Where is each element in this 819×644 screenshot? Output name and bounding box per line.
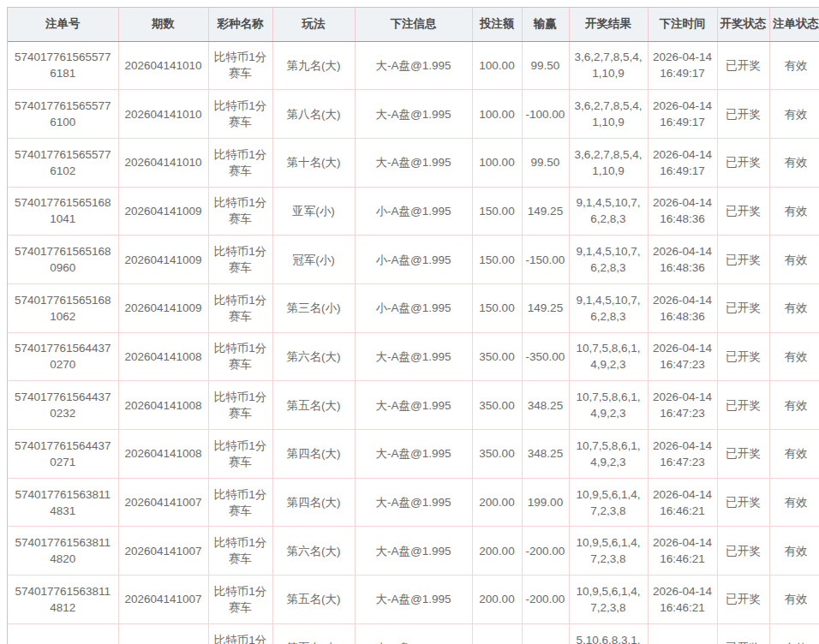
cell-bet-amount: 200.00 (472, 527, 522, 575)
cell-order-id: 5740177615638114820 (8, 527, 118, 575)
cell-order-id: 5740177615655776181 (8, 41, 118, 90)
cell-win-loss: -150.00 (522, 236, 569, 284)
cell-order-status: 有效 (769, 575, 819, 624)
cell-order-status: 有效 (769, 138, 819, 187)
cell-order-id: 5740177615651681062 (8, 283, 118, 332)
cell-order-id: 5740177615644370232 (8, 381, 118, 430)
table-row: 5740177615644370232202604141008比特币1分赛车第五… (8, 381, 819, 430)
cell-draw-status: 已开奖 (717, 381, 769, 430)
cell-bet-info: 大-A盘@1.995 (355, 430, 472, 479)
cell-play-type: 第六名(大) (272, 332, 355, 381)
cell-draw-status: 已开奖 (717, 430, 769, 479)
table-row: 5740177615655776102202604141010比特币1分赛车第十… (8, 138, 819, 187)
cell-lottery-name: 比特币1分赛车 (208, 187, 272, 236)
cell-draw-status: 已开奖 (717, 236, 769, 284)
cell-play-type: 第四名(大) (272, 430, 355, 479)
cell-draw-result: 10,7,5,8,6,1,4,9,2,3 (569, 332, 648, 381)
cell-bet-time: 2026-04-14 16:48:36 (648, 236, 717, 284)
column-header-lottery-name: 彩种名称 (208, 8, 272, 41)
cell-play-type: 第八名(大) (272, 90, 355, 139)
cell-order-id: 5740177615638114831 (8, 478, 118, 527)
cell-order-status: 有效 (769, 430, 819, 479)
cell-order-id: 5740177615644370271 (8, 430, 118, 479)
table-row: 574017761563202202604141006比特币1分赛车第五名(大)… (8, 623, 819, 644)
cell-bet-amount: 350.00 (472, 381, 522, 430)
cell-draw-result: 3,6,2,7,8,5,4,1,10,9 (569, 41, 648, 90)
cell-draw-result: 9,1,4,5,10,7,6,2,8,3 (569, 187, 648, 236)
cell-lottery-name: 比特币1分赛车 (208, 381, 272, 430)
cell-play-type: 第五名(大) (272, 381, 355, 430)
table-row: 5740177615651681062202604141009比特币1分赛车第三… (8, 283, 819, 332)
cell-bet-time: 2026-04-14 16:49:17 (648, 138, 717, 187)
cell-bet-info: 大-A盘@1.995 (355, 527, 472, 575)
cell-play-type: 第三名(小) (272, 283, 355, 332)
cell-bet-time: 2026-04-14 16:46:21 (648, 478, 717, 527)
cell-play-type: 冠军(小) (272, 236, 355, 284)
cell-bet-time: 2026-04-14 16:48:36 (648, 187, 717, 236)
column-header-win-loss: 输赢 (522, 8, 569, 41)
cell-play-type: 第十名(大) (272, 138, 355, 187)
cell-draw-status: 已开奖 (717, 283, 769, 332)
table-row: 5740177615638114812202604141007比特币1分赛车第五… (8, 575, 819, 624)
cell-draw-status: 已开奖 (717, 575, 769, 624)
cell-bet-amount: 150.00 (472, 283, 522, 332)
cell-order-id: 5740177615644370270 (8, 332, 118, 381)
cell-bet-time: 2026-04-14 16:49:17 (648, 90, 717, 139)
cell-win-loss: 99.50 (522, 41, 569, 90)
cell-bet-info: 大-A盘@1.995 (355, 478, 472, 527)
cell-win-loss: 348.25 (522, 381, 569, 430)
cell-lottery-name: 比特币1分赛车 (208, 478, 272, 527)
table-row: 5740177615638114831202604141007比特币1分赛车第四… (8, 478, 819, 527)
cell-play-type: 第五名(大) (272, 623, 355, 644)
cell-lottery-name: 比特币1分赛车 (208, 236, 272, 284)
cell-period: 202604141010 (118, 41, 208, 90)
cell-period: 202604141006 (118, 623, 208, 644)
table-row: 5740177615651681041202604141009比特币1分赛车亚军… (8, 187, 819, 236)
cell-bet-amount: 100.00 (472, 623, 522, 644)
cell-order-status: 有效 (769, 332, 819, 381)
cell-play-type: 亚军(小) (272, 187, 355, 236)
column-header-period: 期数 (118, 8, 208, 41)
cell-order-status: 有效 (769, 236, 819, 284)
column-header-bet-time: 下注时间 (648, 8, 717, 41)
cell-bet-info: 大-A盘@1.995 (355, 90, 472, 139)
cell-bet-info: 小-A盘@1.995 (355, 236, 472, 284)
cell-period: 202604141008 (118, 332, 208, 381)
cell-lottery-name: 比特币1分赛车 (208, 90, 272, 139)
cell-bet-info: 大-A盘@1.995 (355, 138, 472, 187)
cell-order-status: 有效 (769, 478, 819, 527)
cell-bet-amount: 100.00 (472, 41, 522, 90)
cell-order-id: 574017761563202 (8, 623, 118, 644)
cell-order-status: 有效 (769, 623, 819, 644)
cell-draw-status: 已开奖 (717, 527, 769, 575)
cell-bet-info: 大-A盘@1.995 (355, 623, 472, 644)
table-row: 5740177615644370271202604141008比特币1分赛车第四… (8, 430, 819, 479)
table-row: 5740177615655776181202604141010比特币1分赛车第九… (8, 41, 819, 90)
cell-order-status: 有效 (769, 41, 819, 90)
cell-period: 202604141009 (118, 187, 208, 236)
cell-bet-amount: 100.00 (472, 138, 522, 187)
cell-bet-time: 2026-04-14 16:48:36 (648, 283, 717, 332)
cell-bet-info: 大-A盘@1.995 (355, 381, 472, 430)
cell-draw-status: 已开奖 (717, 138, 769, 187)
column-header-draw-status: 开奖状态 (717, 8, 769, 41)
column-header-bet-amount: 投注额 (472, 8, 522, 41)
cell-order-id: 5740177615651681041 (8, 187, 118, 236)
cell-lottery-name: 比特币1分赛车 (208, 430, 272, 479)
cell-period: 202604141007 (118, 575, 208, 624)
cell-lottery-name: 比特币1分赛车 (208, 332, 272, 381)
cell-order-status: 有效 (769, 527, 819, 575)
cell-lottery-name: 比特币1分赛车 (208, 575, 272, 624)
cell-order-status: 有效 (769, 283, 819, 332)
cell-win-loss: -100.00 (522, 90, 569, 139)
table-row: 5740177615655776100202604141010比特币1分赛车第八… (8, 90, 819, 139)
bet-records-table: 注单号期数彩种名称玩法下注信息投注额输赢开奖结果下注时间开奖状态注单状态 574… (8, 8, 819, 644)
cell-win-loss: 99.50 (522, 138, 569, 187)
column-header-bet-info: 下注信息 (355, 8, 472, 41)
cell-win-loss: 149.25 (522, 283, 569, 332)
cell-bet-info: 小-A盘@1.995 (355, 283, 472, 332)
cell-order-status: 有效 (769, 187, 819, 236)
cell-draw-result: 9,1,4,5,10,7,6,2,8,3 (569, 283, 648, 332)
cell-draw-result: 10,7,5,8,6,1,4,9,2,3 (569, 381, 648, 430)
cell-play-type: 第九名(大) (272, 41, 355, 90)
